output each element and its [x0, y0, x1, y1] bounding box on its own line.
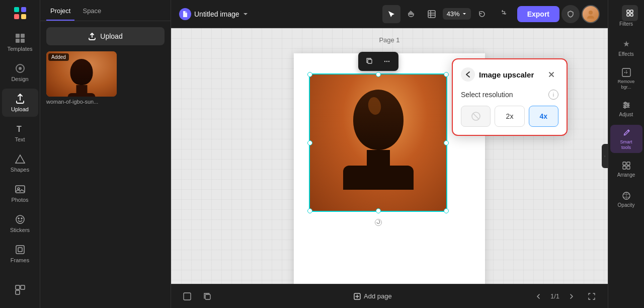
handle-top-left[interactable]: [307, 72, 312, 77]
svg-point-30: [388, 61, 389, 62]
page-settings-button[interactable]: [179, 288, 195, 304]
bottom-left: [179, 288, 215, 304]
svg-rect-43: [623, 166, 626, 169]
added-badge: Added: [48, 53, 69, 61]
export-button[interactable]: Export: [517, 6, 559, 22]
sidebar-item-design[interactable]: Design: [2, 58, 38, 87]
add-page-button[interactable]: Add page: [350, 289, 396, 303]
upscaler-title: Image upscaler: [479, 70, 540, 79]
svg-rect-16: [16, 246, 24, 254]
resolution-option-2x[interactable]: 2x: [495, 106, 524, 127]
svg-point-28: [384, 61, 385, 62]
canvas-wrapper[interactable]: Page 1: [171, 28, 608, 284]
handle-top-middle[interactable]: [376, 72, 381, 77]
sidebar-item-stickers[interactable]: Stickers: [2, 209, 38, 238]
handle-bottom-right[interactable]: [444, 208, 449, 213]
resolution-options: 2x 4x: [461, 106, 558, 127]
left-panel: Project Space Upload Added woman-of-igbo…: [40, 0, 171, 308]
doc-icon: [179, 8, 191, 20]
upscaler-close-button[interactable]: [544, 67, 558, 82]
upscaler-header: Image upscaler: [461, 67, 558, 82]
page-counter: 1/1: [550, 292, 559, 300]
panel-collapse-handle[interactable]: ›: [602, 144, 608, 168]
svg-rect-25: [428, 11, 435, 18]
bottom-right: 1/1: [530, 288, 600, 304]
resolution-option-none[interactable]: [461, 106, 491, 127]
svg-rect-4: [16, 34, 20, 38]
image-toolbar: [358, 52, 398, 71]
svg-point-13: [16, 215, 24, 223]
duplicate-page-button[interactable]: [199, 288, 215, 304]
sidebar-item-upload[interactable]: Upload: [2, 89, 38, 117]
top-bar: Untitled image 43% Export: [171, 0, 608, 28]
image-more-button[interactable]: [379, 54, 394, 69]
hand-tool-button[interactable]: [403, 5, 421, 23]
bottom-bar: Add page 1/1: [171, 284, 608, 308]
upload-button[interactable]: Upload: [46, 27, 165, 45]
right-tool-adjust[interactable]: Adjust: [610, 95, 642, 123]
svg-point-15: [21, 218, 22, 219]
image-content: [310, 74, 446, 211]
sidebar-item-frames[interactable]: Frames: [2, 240, 38, 268]
right-sidebar: Filters Effects Removebgr... Adjust Smar…: [608, 0, 644, 308]
page-label: Page 1: [379, 36, 399, 44]
bottom-center: Add page: [350, 289, 396, 303]
svg-rect-33: [205, 294, 210, 299]
zoom-control[interactable]: 43%: [443, 8, 471, 20]
svg-point-14: [18, 218, 19, 219]
upscaler-panel: Image upscaler Select resolution i 2x 4x: [452, 58, 568, 136]
view-toggle-button[interactable]: [622, 5, 638, 21]
svg-rect-22: [630, 10, 633, 13]
svg-rect-18: [16, 285, 20, 289]
svg-point-40: [624, 106, 626, 108]
sidebar-item-more[interactable]: [2, 276, 38, 304]
svg-rect-5: [21, 34, 25, 38]
panel-content: Upload Added woman-of-igbo-sun...: [40, 21, 171, 308]
right-tool-opacity[interactable]: Opacity: [610, 185, 642, 213]
toolbar-tools: 43% Export: [382, 5, 600, 23]
right-tool-smart-tools[interactable]: Smarttools: [610, 125, 642, 153]
handle-middle-right[interactable]: [444, 140, 449, 145]
sidebar-item-templates[interactable]: Templates: [2, 28, 38, 56]
undo-button[interactable]: [473, 5, 491, 23]
handle-top-right[interactable]: [444, 72, 449, 77]
main-area: Untitled image 43% Export: [171, 0, 608, 308]
redo-button[interactable]: [493, 5, 511, 23]
svg-rect-17: [18, 248, 22, 252]
resolution-info-icon[interactable]: i: [548, 90, 558, 100]
sidebar-item-text[interactable]: T Text: [2, 119, 38, 147]
grid-tool-button[interactable]: [423, 5, 441, 23]
svg-rect-42: [627, 162, 630, 165]
handle-bottom-middle[interactable]: [376, 208, 381, 213]
fit-page-button[interactable]: [584, 288, 600, 304]
left-sidebar: Templates Design Upload T Text Shapes Ph…: [0, 0, 40, 308]
handle-rotate[interactable]: [375, 219, 382, 226]
handle-bottom-left[interactable]: [307, 208, 312, 213]
svg-rect-21: [627, 10, 629, 13]
tab-project[interactable]: Project: [46, 0, 74, 21]
right-tool-remove-bg[interactable]: Removebgr...: [610, 64, 642, 93]
shield-button[interactable]: [561, 5, 580, 23]
svg-point-38: [624, 102, 626, 104]
svg-rect-2: [14, 14, 19, 19]
app-logo[interactable]: [11, 4, 29, 22]
upscaler-back-button[interactable]: [461, 67, 475, 82]
right-tool-effects[interactable]: Effects: [610, 34, 642, 62]
tab-space[interactable]: Space: [78, 0, 105, 21]
next-page-button[interactable]: [564, 288, 580, 304]
svg-rect-6: [16, 39, 20, 43]
document-title[interactable]: Untitled image: [179, 8, 249, 20]
svg-point-29: [386, 61, 387, 62]
prev-page-button[interactable]: [530, 288, 546, 304]
image-copy-button[interactable]: [362, 54, 377, 69]
right-tool-arrange[interactable]: Arrange: [610, 155, 642, 183]
user-avatar[interactable]: [582, 5, 600, 23]
selected-image[interactable]: [309, 73, 447, 212]
handle-middle-left[interactable]: [307, 140, 312, 145]
svg-point-26: [589, 11, 593, 15]
resolution-option-4x[interactable]: 4x: [529, 106, 558, 127]
select-tool-button[interactable]: [382, 5, 400, 23]
sidebar-item-shapes[interactable]: Shapes: [2, 149, 38, 177]
upload-thumbnail[interactable]: Added: [46, 51, 117, 97]
sidebar-item-photos[interactable]: Photos: [2, 179, 38, 207]
